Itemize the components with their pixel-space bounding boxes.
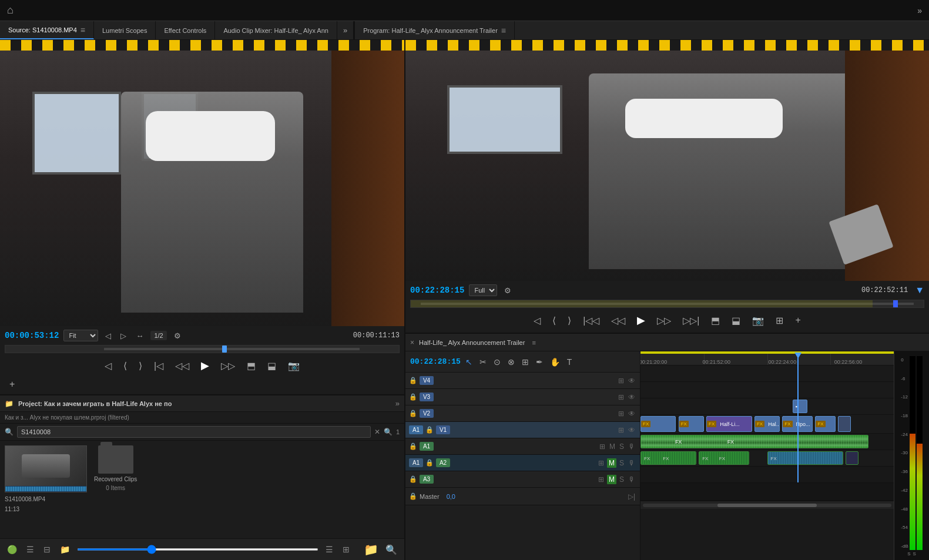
video-clip-v1-2[interactable]: FX	[679, 416, 704, 432]
timeline-tab-label[interactable]: Half-Life_ Alyx Announcement Trailer	[419, 339, 525, 346]
track-mute-a2[interactable]: M	[607, 458, 616, 468]
track-eye-v4[interactable]: 👁	[627, 376, 636, 385]
program-go-start-btn[interactable]: |◁◁	[579, 314, 603, 327]
clip-thumbnail[interactable]	[5, 445, 87, 492]
tl-text-tool[interactable]: T	[565, 356, 575, 368]
program-overwrite-btn[interactable]: ⬓	[728, 314, 744, 327]
track-mute-a1[interactable]: M	[608, 442, 616, 451]
program-add-marker-btn[interactable]: +	[792, 314, 804, 327]
program-video-preview[interactable]	[405, 40, 929, 281]
timeline-close-btn[interactable]: ×	[410, 338, 414, 347]
program-mark-btn[interactable]: ⟨	[549, 314, 559, 327]
tab-program-menu[interactable]: ≡	[501, 26, 506, 35]
track-row-a1[interactable]: FX FX	[640, 434, 894, 450]
project-expand-icon[interactable]: »	[395, 399, 400, 408]
track-lock-v4[interactable]: 🔒	[409, 377, 417, 384]
track-eye-v2[interactable]: 👁	[627, 409, 636, 418]
tab-program[interactable]: Program: Half-Life_ Alyx Announcement Tr…	[354, 21, 515, 39]
tab-lumetri[interactable]: Lumetri Scopes	[94, 21, 156, 39]
video-clip-v1-4[interactable]: FX Hal...	[754, 416, 780, 432]
footer-automate-btn[interactable]: ⊞	[340, 544, 352, 555]
source-insert-btn[interactable]: ⬒	[243, 359, 259, 373]
program-step-back-btn[interactable]: ◁◁	[608, 314, 629, 327]
track-row-v3[interactable]	[640, 382, 894, 398]
track-solo-a2[interactable]: S	[618, 458, 625, 468]
track-row-a2[interactable]: FX FX FX FX FX	[640, 450, 894, 467]
track-mic-a2[interactable]: 🎙	[627, 458, 636, 468]
source-scrub-bar[interactable]	[5, 345, 400, 353]
tl-pen-tool[interactable]: ✒	[534, 356, 545, 368]
tab-source[interactable]: Source: S1410008.MP4 ≡	[0, 21, 94, 39]
source-add-marker-btn[interactable]: +	[7, 378, 17, 391]
track-sync-a1[interactable]: ⊞	[598, 442, 606, 451]
video-clip-v1-1[interactable]: FX	[640, 416, 676, 432]
search-input[interactable]	[17, 426, 371, 438]
track-sync-a2[interactable]: ⊞	[597, 458, 605, 468]
tl-hand-tool[interactable]: ✋	[548, 356, 562, 368]
source-step-back-btn[interactable]: ◁◁	[172, 359, 193, 373]
track-lock-a2[interactable]: 🔒	[425, 459, 434, 467]
track-v1-source-btn[interactable]: A1	[409, 425, 423, 434]
recovered-clips-folder[interactable]: Recovered Clips 0 Items	[94, 445, 137, 534]
track-row-v1[interactable]: FX FX FX Half-Li... FX Hal...	[640, 415, 894, 434]
zoom-slider[interactable]	[77, 548, 318, 551]
track-v2-btn[interactable]: V2	[420, 409, 434, 418]
footer-sort-btn[interactable]: ☰	[323, 544, 336, 555]
source-mark-in-btn[interactable]: ◁	[101, 359, 115, 373]
source-step-fwd-btn[interactable]: ▷▷	[217, 359, 239, 373]
source-go-start-btn[interactable]: |◁	[150, 359, 167, 373]
timeline-timecode[interactable]: 00:22:28:15	[410, 357, 461, 366]
source-next-frame-btn[interactable]: ▷	[118, 330, 129, 341]
program-mark-out-btn[interactable]: ⟩	[564, 314, 575, 327]
source-play-btn[interactable]: ▶	[197, 358, 213, 373]
track-sync-v1[interactable]: ⊞	[617, 425, 625, 435]
track-mic-a3[interactable]: 🎙	[627, 475, 636, 484]
footer-icon-view-btn[interactable]: ☰	[24, 544, 36, 555]
clip-item[interactable]: S1410008.MP4 11:13	[5, 445, 87, 534]
timeline-menu-icon[interactable]: ≡	[532, 339, 535, 346]
video-clip-v1-7[interactable]	[838, 416, 851, 432]
tab-effect-controls[interactable]: Effect Controls	[156, 21, 215, 39]
footer-folder-btn[interactable]: 📁	[58, 544, 72, 555]
home-icon[interactable]: ⌂	[7, 4, 14, 16]
timeline-scrollbar[interactable]	[640, 501, 894, 509]
program-scrub-handle[interactable]	[893, 300, 898, 307]
track-master-value[interactable]: 0,0	[447, 493, 455, 500]
program-camera-btn[interactable]: 📷	[749, 314, 767, 327]
track-row-v4[interactable]	[640, 365, 894, 382]
source-prev-frame-btn[interactable]: ◁	[103, 330, 113, 341]
source-fit-select[interactable]: Fit 25% 50% 100%	[63, 330, 98, 341]
tl-roll-tool[interactable]: ⊗	[505, 356, 517, 368]
track-a1-btn[interactable]: A1	[420, 442, 434, 451]
audio-clip-a1[interactable]: FX FX	[640, 435, 868, 448]
track-sync-v3[interactable]: ⊞	[617, 393, 625, 402]
audio-clip-a2-1[interactable]: FX FX	[640, 451, 696, 465]
program-step-fwd-btn[interactable]: ▷▷	[653, 314, 675, 327]
source-mark-out-btn[interactable]: ⟩	[135, 359, 146, 373]
tl-razor-tool[interactable]: ✂	[477, 356, 489, 368]
track-sync-v2[interactable]: ⊞	[617, 409, 625, 418]
track-mic-a1[interactable]: 🎙	[627, 442, 636, 451]
program-insert-btn[interactable]: ⬒	[707, 314, 723, 327]
program-settings-btn[interactable]: ⚙	[502, 285, 514, 296]
track-v3-btn[interactable]: V3	[420, 393, 434, 401]
program-go-end-btn[interactable]: ▷▷|	[679, 314, 703, 327]
track-solo-a1[interactable]: S	[618, 442, 625, 451]
track-sync-v4[interactable]: ⊞	[617, 376, 625, 385]
program-fit-select[interactable]: Full 1/2 1/4	[469, 284, 497, 296]
source-camera-btn[interactable]: 📷	[284, 359, 303, 373]
program-scrub-bar[interactable]	[410, 300, 924, 308]
track-v4-btn[interactable]: V4	[420, 376, 434, 385]
track-row-a3[interactable]	[640, 467, 894, 483]
video-clip-v1-3[interactable]: FX Half-Li...	[706, 416, 752, 432]
timeline-scroll-track[interactable]	[643, 504, 891, 507]
video-clip-v1-6[interactable]: FX	[815, 416, 835, 432]
track-eye-v3[interactable]: 👁	[627, 393, 636, 402]
program-timecode[interactable]: 00:22:28:15	[410, 286, 464, 295]
track-lock-v2[interactable]: 🔒	[409, 410, 417, 417]
video-clip-v2[interactable]: ▪	[793, 400, 808, 413]
search-filter-btn[interactable]: 🔍	[384, 428, 393, 436]
source-scrub-handle[interactable]	[222, 346, 227, 353]
program-mark-in-btn[interactable]: ◁	[530, 314, 544, 327]
panel-expand-icon[interactable]: »	[337, 26, 353, 35]
